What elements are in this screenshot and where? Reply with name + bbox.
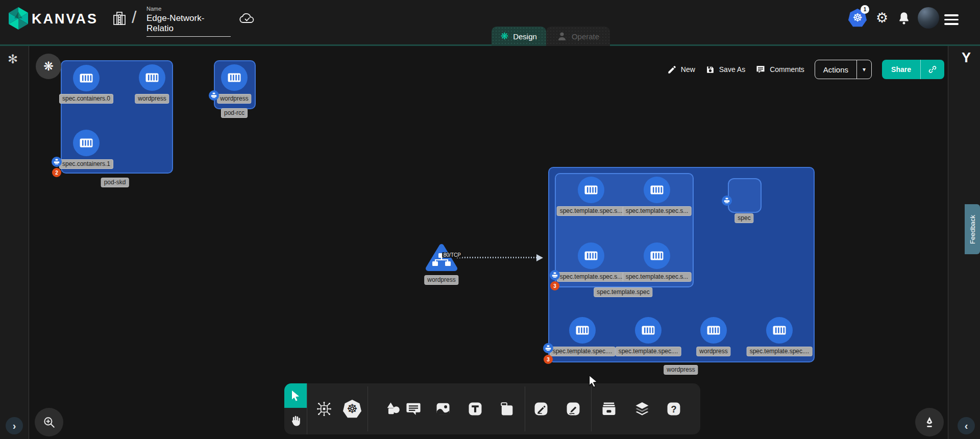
svg-text:?: ? [671,404,676,414]
left-rail: ✻ › [0,46,29,439]
user-avatar[interactable] [918,7,939,29]
pod-resource-badge[interactable] [209,90,219,101]
expand-right-panel-button[interactable]: ‹ [958,417,975,434]
pod-resource-badge[interactable] [550,270,560,280]
pen-icon [532,400,550,418]
container-node[interactable] [644,242,670,269]
podium-icon [210,91,218,100]
container-icon [648,247,666,264]
container-node[interactable] [221,64,248,91]
pan-tool[interactable] [284,408,307,434]
pod-resource-badge[interactable] [722,196,732,206]
edge-port-label: 80/TCP [442,252,462,258]
design-canvas[interactable]: ❋ spec.containers.0 wordpress spec.conta… [0,46,980,439]
edge-arrowhead-icon [536,254,543,261]
service-edge[interactable] [457,257,540,258]
caret-down-icon: ▾ [863,66,866,73]
service-node[interactable] [425,243,458,273]
select-tool[interactable] [284,383,307,408]
organization-icon[interactable] [112,11,127,26]
actions-label[interactable]: Actions [815,60,856,79]
node-label: spec.containers.1 [59,159,113,169]
tab-operate[interactable]: Operate [546,27,610,46]
comment-tool[interactable] [403,399,424,419]
pod-resource-badge[interactable] [52,157,62,167]
hand-icon [289,414,302,428]
new-button[interactable]: New [667,65,695,75]
error-count-badge[interactable]: 3 [544,355,553,364]
link-icon [927,64,938,75]
image-tool[interactable] [433,399,453,419]
note-tool[interactable] [497,399,517,419]
spec-node[interactable] [728,178,762,213]
deployment-resource-badge[interactable] [543,343,553,353]
container-node[interactable] [578,242,604,269]
podium-icon [551,271,559,279]
actions-dropdown-caret[interactable]: ▾ [856,60,871,79]
error-count-badge[interactable]: 2 [52,168,61,177]
node-label: spec.containers.0 [59,94,113,104]
image-icon [434,400,452,418]
layers-tool[interactable] [632,399,652,419]
node-label: wordpress [217,94,251,104]
help-tool[interactable]: ? [664,399,684,419]
drawer-tool[interactable] [599,399,619,419]
settings-gear-icon[interactable]: ⚙ [876,10,888,26]
shapes-tool[interactable] [383,399,403,419]
shapes-icon [384,400,402,418]
pencil-tool[interactable] [563,399,583,419]
cloud-saved-icon [239,12,255,25]
share-split-button[interactable]: Share [882,60,944,79]
kanvas-logo-icon[interactable] [7,7,30,30]
container-node[interactable] [139,64,165,91]
container-node[interactable] [569,317,596,344]
k8s-pod-hover-icon[interactable]: ❋ [36,54,61,79]
mouse-cursor [588,375,600,388]
container-node[interactable] [766,317,793,344]
magnifier-plus-icon [42,416,56,429]
container-node[interactable] [700,317,727,344]
comment-bubble-icon [405,400,422,418]
node-label: spec.template.spec.s... [557,206,626,216]
container-node[interactable] [73,65,100,91]
comments-label: Comments [770,65,804,74]
tab-design[interactable]: ❋ Design [492,27,546,46]
template-spec-group[interactable] [555,173,694,287]
actions-split-button[interactable]: Actions ▾ [815,60,872,79]
text-icon [467,400,484,418]
meshery-spiral-icon[interactable]: ✻ [8,52,18,66]
node-label: spec.template.spec.... [550,347,616,356]
k8s-wheel-glyph: ☸ [347,402,358,416]
kubernetes-icon: ☸ [343,400,361,418]
pen-tool[interactable] [531,399,551,419]
group-label: wordpress [664,365,698,375]
share-label[interactable]: Share [882,60,920,79]
error-count-badge[interactable]: 3 [550,281,559,290]
feedback-tab[interactable]: Feedback [965,204,980,254]
mesh-components-tool[interactable] [314,399,334,419]
hamburger-menu-icon[interactable] [944,14,959,28]
zoom-button[interactable] [35,408,63,436]
container-icon [574,322,591,339]
node-label: wordpress [424,275,458,285]
text-tool[interactable] [465,399,485,419]
container-node[interactable] [635,317,662,344]
comments-button[interactable]: Comments [755,64,804,75]
container-node[interactable] [644,177,670,203]
container-icon [582,181,600,199]
container-node[interactable] [578,177,604,203]
expand-left-panel-button[interactable]: › [6,417,23,434]
container-icon [640,322,657,339]
kubernetes-components-tool[interactable]: ☸ [342,399,362,419]
pencil-icon [667,65,677,75]
ink-pen-button[interactable] [915,408,944,436]
group-label: pod-rcc [221,108,248,118]
copy-link-button[interactable] [920,60,944,79]
notifications-bell-icon[interactable] [897,11,911,26]
help-icon: ? [665,400,682,418]
design-name-input[interactable]: Edge-Network-Relatio [146,12,231,37]
yaml-panel-icon[interactable]: Y [962,50,971,66]
container-node[interactable] [73,130,100,156]
save-as-button[interactable]: Save As [705,65,745,75]
k8s-wheel-glyph: ☸ [852,11,863,25]
